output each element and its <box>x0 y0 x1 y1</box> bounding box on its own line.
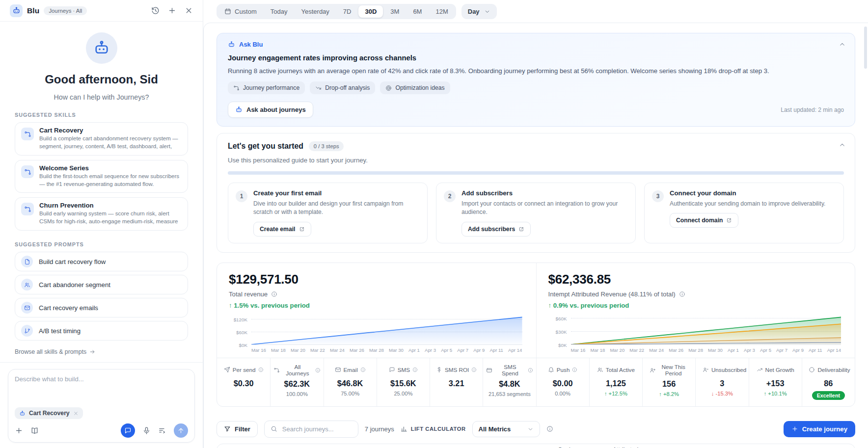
dashboard-panel: Ask Blu Journey engagement rates improvi… <box>203 23 868 448</box>
add-subscribers-button[interactable]: Add subscribers <box>461 222 531 237</box>
x-tick-label: Mar 28 <box>369 347 384 353</box>
metric-value: $15.6K <box>390 379 416 388</box>
insight-chip-journey-performance[interactable]: Journey performance <box>228 81 305 94</box>
column-header-goal-completions[interactable]: Goal Completions <box>558 447 613 448</box>
mic-icon[interactable] <box>142 426 151 435</box>
queue-icon[interactable] <box>158 426 166 435</box>
metric-sub-value: 0.00% <box>555 391 570 396</box>
x-tick-label: Mar 24 <box>649 347 664 353</box>
range-3m[interactable]: 3M <box>384 5 406 18</box>
blu-assistant-panel: Blu Journeys · All Good afternoon, Sid H… <box>0 0 203 448</box>
collapse-ask-blu-icon[interactable] <box>839 41 846 48</box>
info-icon[interactable] <box>360 367 366 372</box>
lift-calculator-button[interactable]: LIFT CALCULATOR <box>401 425 466 432</box>
info-icon[interactable] <box>679 291 685 297</box>
insight-chip-optimization-ideas[interactable]: Optimization ideas <box>380 81 450 94</box>
x-tick-label: Mar 24 <box>330 347 345 353</box>
chip-label: Cart Recovery <box>29 410 70 417</box>
x-tick-label: Apr 5 <box>760 347 771 353</box>
history-icon[interactable] <box>151 6 160 15</box>
greeting-subtitle: How can I help with Journeys? <box>15 93 188 101</box>
skill-card-welcome-series[interactable]: Welcome SeriesBuild the first-touch emai… <box>15 160 188 193</box>
send-button[interactable] <box>174 423 188 438</box>
chevron-down-icon <box>527 426 534 432</box>
create-email-button[interactable]: Create email <box>253 222 311 237</box>
library-icon[interactable] <box>30 426 39 435</box>
skill-card-churn-prevention[interactable]: Churn PreventionBuild early warning syst… <box>15 197 188 231</box>
range-30d[interactable]: 30D <box>358 5 383 18</box>
metric-deliverability: Deliverability86Excellent <box>802 358 855 406</box>
metric-sub-value: 21,653 segments <box>488 391 531 397</box>
connect-domain-button[interactable]: Connect domain <box>670 213 738 228</box>
revenue-charts: $129,571.50Total revenue↑ 1.5% vs. previ… <box>217 263 855 358</box>
calendar-icon <box>224 8 231 15</box>
brand-name: Blu <box>27 6 39 15</box>
get-started-title: Let's get you started <box>228 142 303 151</box>
range-12m[interactable]: 12M <box>429 5 454 18</box>
attach-icon[interactable] <box>15 426 23 435</box>
range-yesterday[interactable]: Yesterday <box>295 5 336 18</box>
info-icon[interactable] <box>315 368 321 373</box>
x-tick-label: Apr 14 <box>827 347 841 353</box>
close-panel-icon[interactable] <box>185 6 193 15</box>
info-icon[interactable] <box>412 367 418 372</box>
info-icon[interactable] <box>572 367 577 372</box>
metric-push: Push$0.000.00% <box>536 358 589 406</box>
range-7d[interactable]: 7D <box>337 5 358 18</box>
insight-chip-drop-off-analysis[interactable]: Drop-off analysis <box>310 81 375 94</box>
create-journey-button[interactable]: Create journey <box>784 421 855 437</box>
metric-email: Email$46.8K75.00% <box>324 358 377 406</box>
metric-label: Per send <box>233 367 256 373</box>
metric-value: $62.3K <box>284 379 310 389</box>
skill-description: Build early warning system — score churn… <box>39 210 182 226</box>
prompt-cart-abandoner-segment[interactable]: Cart abandoner segment <box>15 275 188 294</box>
filter-button[interactable]: Filter <box>217 421 258 437</box>
new-chat-icon[interactable] <box>168 6 176 15</box>
metric-label: Push <box>557 367 570 373</box>
composer-input[interactable]: Describe what to build... Cart Recovery <box>8 369 195 443</box>
chat-mode-button[interactable] <box>121 423 135 438</box>
ask-about-journeys-button[interactable]: Ask about journeys <box>228 102 313 118</box>
search-input[interactable] <box>281 425 352 433</box>
skill-title: Churn Prevention <box>39 202 182 209</box>
insight-headline: Journey engagement rates improving acros… <box>228 54 844 62</box>
metric-sub-value: ↓ -15.3% <box>711 391 733 396</box>
skill-title: Cart Recovery <box>39 127 182 134</box>
remove-chip-icon[interactable] <box>73 411 79 416</box>
context-chip-cart-recovery[interactable]: Cart Recovery <box>15 407 83 419</box>
prompt-icon-tile <box>21 279 33 290</box>
greeting: Good afternoon, Sid <box>15 73 188 86</box>
x-tick-label: Mar 30 <box>708 347 723 353</box>
skill-card-cart-recovery[interactable]: Cart RecoveryBuild a complete cart aband… <box>15 122 188 156</box>
info-icon[interactable] <box>546 425 553 432</box>
assistant-body: Good afternoon, Sid How can I help with … <box>0 22 203 362</box>
range-custom[interactable]: Custom <box>218 5 263 18</box>
range-6m[interactable]: 6M <box>407 5 428 18</box>
arrow-up-icon <box>177 427 185 434</box>
metrics-select[interactable]: All Metrics <box>472 421 540 437</box>
x-tick-label: Mar 20 <box>610 347 624 353</box>
metric-sub-value: ↑ +10.1% <box>764 391 787 396</box>
range-today[interactable]: Today <box>264 5 294 18</box>
column-header-attributed-revenue[interactable]: Attributed Revenue <box>613 447 671 448</box>
granularity-select[interactable]: Day <box>461 4 497 19</box>
prompt-a-b-test-timing[interactable]: A/B test timing <box>15 321 188 341</box>
range-label: 6M <box>413 8 422 15</box>
scrollbar-thumb[interactable] <box>864 26 867 69</box>
info-icon[interactable] <box>471 367 477 372</box>
collapse-get-started-icon[interactable] <box>839 141 846 149</box>
info-icon[interactable] <box>258 367 264 372</box>
mail-icon <box>24 305 30 311</box>
robot-icon <box>228 41 235 48</box>
metric-value: 1,125 <box>606 379 626 388</box>
skill-text: Cart RecoveryBuild a complete cart aband… <box>39 127 182 151</box>
metric-label: Email <box>344 367 358 373</box>
metric-value: $0.00 <box>553 379 573 388</box>
browse-all-link[interactable]: Browse all skills & prompts <box>15 348 95 355</box>
assistant-header-actions <box>151 6 193 15</box>
prompt-cart-recovery-emails[interactable]: Cart recovery emails <box>15 298 188 317</box>
info-icon[interactable] <box>271 291 277 297</box>
step-cta-label: Create email <box>260 226 296 233</box>
info-icon[interactable] <box>528 368 533 373</box>
prompt-build-cart-recovery-flow[interactable]: Build cart recovery flow <box>15 252 188 271</box>
